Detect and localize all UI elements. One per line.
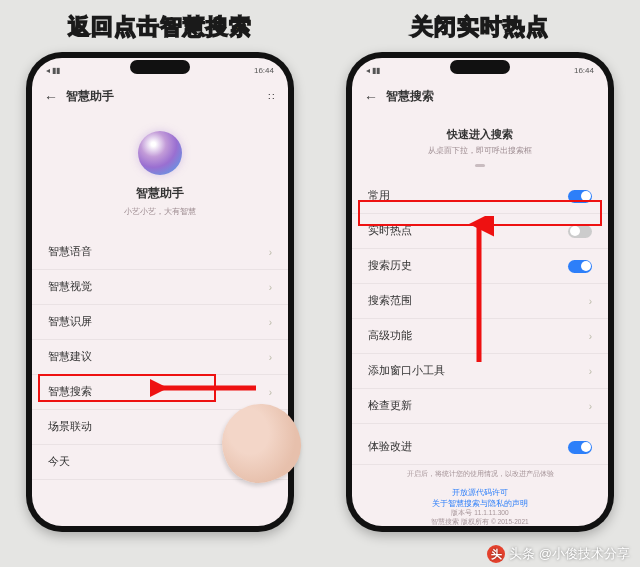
chevron-right-icon: › xyxy=(589,296,592,307)
page-title: 智慧助手 xyxy=(66,88,114,105)
row-label: 场景联动 xyxy=(48,420,92,434)
row-label: 智慧语音 xyxy=(48,245,92,259)
chevron-right-icon: › xyxy=(589,331,592,342)
row-label: 今天 xyxy=(48,455,70,469)
row-label: 智慧建议 xyxy=(48,350,92,364)
left-panel: 返回点击智慧搜索 ◂ ▮▮ 16:44 ← 智慧助手 ∶∶ 智慧助手 小艺小艺，… xyxy=(4,4,316,532)
right-caption: 关闭实时热点 xyxy=(324,12,636,42)
row-label: 检查更新 xyxy=(368,399,412,413)
intro-subtitle: 从桌面下拉，即可呼出搜索框 xyxy=(352,146,608,156)
back-icon[interactable]: ← xyxy=(44,89,58,105)
toutiao-icon: 头 xyxy=(487,545,505,563)
open-source-link[interactable]: 开放源代码许可 xyxy=(352,488,608,499)
row-label: 智慧视觉 xyxy=(48,280,92,294)
notch xyxy=(130,60,190,74)
setting-row-improve[interactable]: 体验改进 xyxy=(352,430,608,465)
chevron-right-icon: › xyxy=(589,401,592,412)
carrier-info: ◂ ▮▮ xyxy=(46,66,60,75)
toggle-switch[interactable] xyxy=(568,441,592,454)
row-label: 搜索范围 xyxy=(368,294,412,308)
setting-row[interactable]: 智慧识屏› xyxy=(32,305,288,340)
watermark-text: 头条 @小俊技术分享 xyxy=(509,545,630,563)
back-icon[interactable]: ← xyxy=(364,89,378,105)
privacy-link[interactable]: 关于智慧搜索与隐私的声明 xyxy=(352,499,608,510)
drag-handle-icon xyxy=(475,164,485,167)
setting-row[interactable]: 实时热点 xyxy=(352,214,608,249)
setting-row[interactable]: 常用 xyxy=(352,179,608,214)
setting-row[interactable]: 智慧视觉› xyxy=(32,270,288,305)
left-caption: 返回点击智慧搜索 xyxy=(4,12,316,42)
status-time: 16:44 xyxy=(574,66,594,75)
phone-frame-right: ◂ ▮▮ 16:44 ← 智慧搜索 快速进入搜索 从桌面下拉，即可呼出搜索框 常… xyxy=(346,52,614,532)
setting-row[interactable]: 高级功能› xyxy=(352,319,608,354)
row-label: 常用 xyxy=(368,189,390,203)
intro-title: 快速进入搜索 xyxy=(352,127,608,142)
chevron-right-icon: › xyxy=(269,247,272,258)
more-icon[interactable]: ∶∶ xyxy=(268,91,276,102)
watermark: 头 头条 @小俊技术分享 xyxy=(487,545,630,563)
chevron-right-icon: › xyxy=(269,352,272,363)
carrier-info: ◂ ▮▮ xyxy=(366,66,380,75)
row-label: 智慧识屏 xyxy=(48,315,92,329)
setting-row[interactable]: 智慧语音› xyxy=(32,235,288,270)
row-label: 高级功能 xyxy=(368,329,412,343)
row-label: 智慧搜索 xyxy=(48,385,92,399)
page-header: ← 智慧助手 ∶∶ xyxy=(32,82,288,111)
setting-row[interactable]: 智慧建议› xyxy=(32,340,288,375)
row-label: 体验改进 xyxy=(368,440,412,454)
row-label: 实时热点 xyxy=(368,224,412,238)
setting-row[interactable]: 搜索历史 xyxy=(352,249,608,284)
toggle-switch[interactable] xyxy=(568,190,592,203)
intro-section: 快速进入搜索 从桌面下拉，即可呼出搜索框 xyxy=(352,111,608,179)
setting-row[interactable]: 搜索范围› xyxy=(352,284,608,319)
setting-row[interactable]: 添加窗口小工具› xyxy=(352,354,608,389)
page-title: 智慧搜索 xyxy=(386,88,434,105)
assistant-orb-icon xyxy=(138,131,182,175)
chevron-right-icon: › xyxy=(269,387,272,398)
footer-version: 版本号 11.1.11.300 智慧搜索 版权所有 © 2015-2021 xyxy=(352,509,608,526)
row-label: 添加窗口小工具 xyxy=(368,364,445,378)
toggle-switch[interactable] xyxy=(568,260,592,273)
screen-right: ◂ ▮▮ 16:44 ← 智慧搜索 快速进入搜索 从桌面下拉，即可呼出搜索框 常… xyxy=(352,58,608,526)
hero-section: 智慧助手 小艺小艺，大有智慧 xyxy=(32,111,288,235)
improve-note: 开启后，将统计您的使用情况，以改进产品体验 xyxy=(352,465,608,482)
chevron-right-icon: › xyxy=(269,317,272,328)
hero-title: 智慧助手 xyxy=(32,185,288,202)
notch xyxy=(450,60,510,74)
right-panel: 关闭实时热点 ◂ ▮▮ 16:44 ← 智慧搜索 快速进入搜索 从桌面下拉，即可… xyxy=(324,4,636,532)
setting-row[interactable]: 检查更新› xyxy=(352,389,608,424)
page-header: ← 智慧搜索 xyxy=(352,82,608,111)
row-label: 搜索历史 xyxy=(368,259,412,273)
chevron-right-icon: › xyxy=(269,282,272,293)
toggle-switch[interactable] xyxy=(568,225,592,238)
hero-subtitle: 小艺小艺，大有智慧 xyxy=(32,206,288,217)
chevron-right-icon: › xyxy=(589,366,592,377)
status-time: 16:44 xyxy=(254,66,274,75)
footer-links: 开放源代码许可 关于智慧搜索与隐私的声明 xyxy=(352,482,608,509)
